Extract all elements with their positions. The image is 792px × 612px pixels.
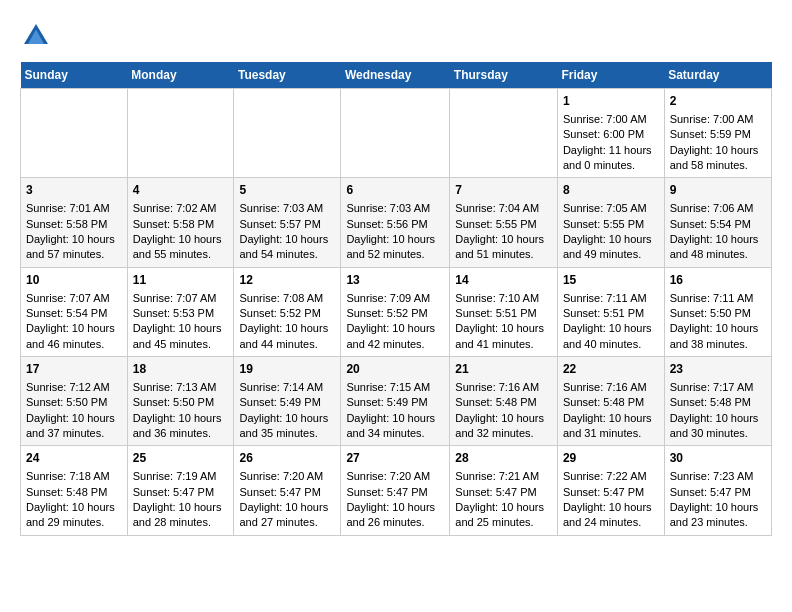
calendar-cell-w4-d6: 30Sunrise: 7:23 AMSunset: 5:47 PMDayligh… <box>664 446 771 535</box>
day-number: 15 <box>563 272 659 289</box>
day-info-line: and 41 minutes. <box>455 337 552 352</box>
calendar-cell-w4-d2: 26Sunrise: 7:20 AMSunset: 5:47 PMDayligh… <box>234 446 341 535</box>
day-info-line: Daylight: 11 hours <box>563 143 659 158</box>
day-info-line: Sunrise: 7:01 AM <box>26 201 122 216</box>
day-info-line: Sunset: 5:48 PM <box>455 395 552 410</box>
day-number: 13 <box>346 272 444 289</box>
day-info-line: Sunrise: 7:00 AM <box>563 112 659 127</box>
day-info-line: Sunrise: 7:16 AM <box>455 380 552 395</box>
weekday-friday: Friday <box>557 62 664 89</box>
day-info-line: Sunrise: 7:19 AM <box>133 469 229 484</box>
weekday-wednesday: Wednesday <box>341 62 450 89</box>
week-row-0: 1Sunrise: 7:00 AMSunset: 6:00 PMDaylight… <box>21 89 772 178</box>
day-number: 10 <box>26 272 122 289</box>
day-number: 28 <box>455 450 552 467</box>
day-info-line: and 49 minutes. <box>563 247 659 262</box>
calendar-cell-w1-d3: 6Sunrise: 7:03 AMSunset: 5:56 PMDaylight… <box>341 178 450 267</box>
day-number: 3 <box>26 182 122 199</box>
day-info-line: and 55 minutes. <box>133 247 229 262</box>
calendar-cell-w2-d1: 11Sunrise: 7:07 AMSunset: 5:53 PMDayligh… <box>127 267 234 356</box>
day-info-line: and 29 minutes. <box>26 515 122 530</box>
day-info-line: Daylight: 10 hours <box>670 321 766 336</box>
day-info-line: Sunset: 5:56 PM <box>346 217 444 232</box>
day-info-line: and 23 minutes. <box>670 515 766 530</box>
day-info-line: and 51 minutes. <box>455 247 552 262</box>
day-info-line: and 0 minutes. <box>563 158 659 173</box>
day-info-line: Daylight: 10 hours <box>133 232 229 247</box>
day-info-line: Sunset: 5:53 PM <box>133 306 229 321</box>
day-info-line: Sunset: 5:51 PM <box>455 306 552 321</box>
day-info-line: and 58 minutes. <box>670 158 766 173</box>
day-number: 30 <box>670 450 766 467</box>
day-info-line: Daylight: 10 hours <box>563 321 659 336</box>
weekday-tuesday: Tuesday <box>234 62 341 89</box>
calendar-cell-w0-d3 <box>341 89 450 178</box>
calendar-cell-w4-d3: 27Sunrise: 7:20 AMSunset: 5:47 PMDayligh… <box>341 446 450 535</box>
calendar-cell-w1-d4: 7Sunrise: 7:04 AMSunset: 5:55 PMDaylight… <box>450 178 558 267</box>
day-info-line: Sunrise: 7:21 AM <box>455 469 552 484</box>
page-header <box>20 20 772 52</box>
day-number: 29 <box>563 450 659 467</box>
day-info-line: Sunset: 5:55 PM <box>455 217 552 232</box>
day-number: 4 <box>133 182 229 199</box>
day-info-line: Sunrise: 7:11 AM <box>670 291 766 306</box>
calendar-cell-w3-d3: 20Sunrise: 7:15 AMSunset: 5:49 PMDayligh… <box>341 357 450 446</box>
day-number: 22 <box>563 361 659 378</box>
day-number: 12 <box>239 272 335 289</box>
day-number: 23 <box>670 361 766 378</box>
calendar-cell-w2-d4: 14Sunrise: 7:10 AMSunset: 5:51 PMDayligh… <box>450 267 558 356</box>
day-info-line: Daylight: 10 hours <box>133 500 229 515</box>
calendar-cell-w2-d0: 10Sunrise: 7:07 AMSunset: 5:54 PMDayligh… <box>21 267 128 356</box>
day-info-line: Sunset: 5:52 PM <box>346 306 444 321</box>
day-info-line: and 28 minutes. <box>133 515 229 530</box>
day-info-line: Sunset: 5:48 PM <box>26 485 122 500</box>
day-number: 21 <box>455 361 552 378</box>
day-info-line: and 52 minutes. <box>346 247 444 262</box>
day-info-line: Sunset: 5:50 PM <box>26 395 122 410</box>
day-info-line: Sunset: 5:47 PM <box>133 485 229 500</box>
calendar-cell-w0-d4 <box>450 89 558 178</box>
day-info-line: and 32 minutes. <box>455 426 552 441</box>
day-info-line: Sunset: 5:49 PM <box>346 395 444 410</box>
day-info-line: Sunset: 5:47 PM <box>455 485 552 500</box>
day-info-line: Sunset: 5:57 PM <box>239 217 335 232</box>
day-info-line: and 26 minutes. <box>346 515 444 530</box>
day-info-line: Daylight: 10 hours <box>455 500 552 515</box>
day-info-line: Sunrise: 7:03 AM <box>346 201 444 216</box>
day-number: 17 <box>26 361 122 378</box>
day-info-line: Daylight: 10 hours <box>455 321 552 336</box>
weekday-saturday: Saturday <box>664 62 771 89</box>
day-info-line: Sunset: 5:47 PM <box>563 485 659 500</box>
day-info-line: Daylight: 10 hours <box>455 411 552 426</box>
day-info-line: Sunrise: 7:07 AM <box>26 291 122 306</box>
day-info-line: Sunrise: 7:00 AM <box>670 112 766 127</box>
calendar-cell-w3-d1: 18Sunrise: 7:13 AMSunset: 5:50 PMDayligh… <box>127 357 234 446</box>
day-info-line: Sunset: 5:49 PM <box>239 395 335 410</box>
day-info-line: Sunrise: 7:03 AM <box>239 201 335 216</box>
day-number: 6 <box>346 182 444 199</box>
day-info-line: Daylight: 10 hours <box>670 232 766 247</box>
day-info-line: Daylight: 10 hours <box>670 143 766 158</box>
day-info-line: and 54 minutes. <box>239 247 335 262</box>
day-number: 24 <box>26 450 122 467</box>
day-info-line: Daylight: 10 hours <box>346 411 444 426</box>
day-info-line: Sunset: 5:51 PM <box>563 306 659 321</box>
day-info-line: Daylight: 10 hours <box>563 500 659 515</box>
day-number: 9 <box>670 182 766 199</box>
calendar-cell-w0-d0 <box>21 89 128 178</box>
day-info-line: Sunset: 5:58 PM <box>26 217 122 232</box>
day-info-line: and 24 minutes. <box>563 515 659 530</box>
calendar-cell-w0-d2 <box>234 89 341 178</box>
day-info-line: Sunset: 5:47 PM <box>346 485 444 500</box>
calendar-cell-w2-d3: 13Sunrise: 7:09 AMSunset: 5:52 PMDayligh… <box>341 267 450 356</box>
day-number: 8 <box>563 182 659 199</box>
day-info-line: Sunrise: 7:09 AM <box>346 291 444 306</box>
day-info-line: and 40 minutes. <box>563 337 659 352</box>
day-info-line: Sunrise: 7:02 AM <box>133 201 229 216</box>
day-info-line: Sunrise: 7:11 AM <box>563 291 659 306</box>
calendar-table: SundayMondayTuesdayWednesdayThursdayFrid… <box>20 62 772 536</box>
day-info-line: Sunset: 5:58 PM <box>133 217 229 232</box>
day-info-line: Daylight: 10 hours <box>563 232 659 247</box>
day-info-line: Sunset: 5:59 PM <box>670 127 766 142</box>
calendar-cell-w3-d0: 17Sunrise: 7:12 AMSunset: 5:50 PMDayligh… <box>21 357 128 446</box>
